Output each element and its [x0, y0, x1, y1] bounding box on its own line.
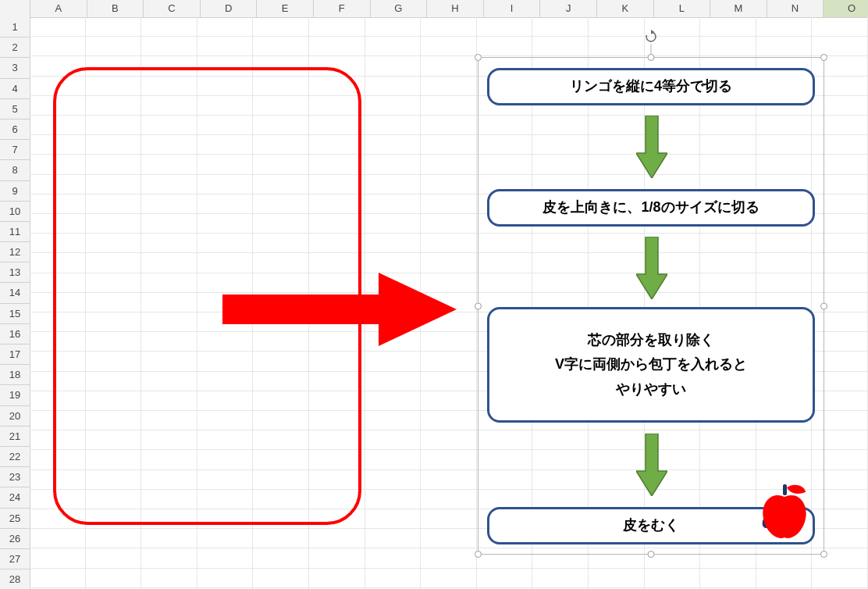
col-head-N[interactable]: N — [767, 0, 824, 18]
spreadsheet-canvas: A B C D E F G H I J K L M N O 1 2 3 4 5 … — [0, 0, 868, 589]
resize-handle-l[interactable] — [475, 302, 482, 309]
row-head-6[interactable]: 6 — [0, 120, 30, 140]
col-head-K[interactable]: K — [597, 0, 654, 18]
col-head-J[interactable]: J — [540, 0, 597, 18]
col-head-E[interactable]: E — [257, 0, 314, 18]
col-head-L[interactable]: L — [654, 0, 711, 18]
svg-marker-2 — [636, 116, 667, 178]
col-head-C[interactable]: C — [144, 0, 201, 18]
resize-handle-bl[interactable] — [475, 551, 482, 558]
rotate-handle-line — [651, 44, 652, 55]
col-head-H[interactable]: H — [427, 0, 484, 18]
flow-step-3-text: 芯の部分を取り除く V字に両側から包丁を入れると やりやすい — [555, 328, 747, 402]
row-head-21[interactable]: 21 — [0, 427, 30, 447]
row-head-11[interactable]: 11 — [0, 222, 30, 242]
col-head-I[interactable]: I — [484, 0, 541, 18]
flow-step-2-text: 皮を上向きに、1/8のサイズに切る — [542, 195, 759, 220]
row-head-15[interactable]: 15 — [0, 304, 30, 324]
column-headers: A B C D E F G H I J K L M N O — [0, 0, 868, 17]
row-head-2[interactable]: 2 — [0, 37, 30, 58]
row-head-25[interactable]: 25 — [0, 509, 30, 529]
row-head-23[interactable]: 23 — [0, 467, 30, 487]
col-head-A[interactable]: A — [30, 0, 87, 18]
flow-step-1-text: リンゴを縦に4等分で切る — [570, 74, 732, 99]
row-head-4[interactable]: 4 — [0, 79, 30, 99]
svg-rect-5 — [783, 484, 787, 495]
resize-handle-t[interactable] — [648, 54, 655, 61]
col-head-F[interactable]: F — [314, 0, 371, 18]
resize-handle-b[interactable] — [648, 551, 655, 558]
col-head-B[interactable]: B — [87, 0, 144, 18]
apple-icon[interactable] — [757, 483, 812, 542]
row-head-19[interactable]: 19 — [0, 385, 30, 405]
row-head-8[interactable]: 8 — [0, 160, 30, 180]
svg-marker-0 — [222, 273, 457, 346]
down-arrow-icon-1[interactable] — [636, 116, 667, 178]
row-headers: 1 2 3 4 5 6 7 8 9 10 11 12 13 14 15 16 1… — [0, 17, 30, 589]
row-head-1[interactable]: 1 — [0, 17, 30, 37]
row-head-18[interactable]: 18 — [0, 365, 30, 385]
row-head-17[interactable]: 17 — [0, 344, 30, 365]
row-head-27[interactable]: 27 — [0, 549, 30, 569]
row-head-28[interactable]: 28 — [0, 569, 30, 589]
flow-step-1[interactable]: リンゴを縦に4等分で切る — [487, 68, 815, 105]
resize-handle-r[interactable] — [820, 302, 827, 309]
row-head-12[interactable]: 12 — [0, 242, 30, 262]
row-head-14[interactable]: 14 — [0, 283, 30, 303]
col-head-O[interactable]: O — [824, 0, 868, 18]
row-head-9[interactable]: 9 — [0, 181, 30, 202]
flow-step-3[interactable]: 芯の部分を取り除く V字に両側から包丁を入れると やりやすい — [487, 307, 815, 423]
resize-handle-tr[interactable] — [820, 54, 827, 61]
row-head-5[interactable]: 5 — [0, 99, 30, 120]
row-head-7[interactable]: 7 — [0, 140, 30, 160]
resize-handle-br[interactable] — [820, 551, 827, 558]
col-head-D[interactable]: D — [201, 0, 258, 18]
rotate-handle-icon[interactable] — [644, 30, 658, 44]
col-head-M[interactable]: M — [710, 0, 767, 18]
row-head-13[interactable]: 13 — [0, 262, 30, 283]
col-head-G[interactable]: G — [371, 0, 428, 18]
svg-marker-4 — [636, 434, 667, 496]
svg-marker-3 — [636, 237, 667, 299]
select-all-corner[interactable] — [0, 0, 30, 18]
row-head-16[interactable]: 16 — [0, 324, 30, 344]
down-arrow-icon-3[interactable] — [636, 434, 667, 496]
resize-handle-tl[interactable] — [475, 54, 482, 61]
row-head-3[interactable]: 3 — [0, 58, 30, 78]
row-head-24[interactable]: 24 — [0, 487, 30, 508]
row-head-26[interactable]: 26 — [0, 529, 30, 549]
row-head-20[interactable]: 20 — [0, 406, 30, 427]
row-head-22[interactable]: 22 — [0, 447, 30, 467]
flow-step-4-text: 皮をむく — [623, 513, 679, 538]
flow-step-2[interactable]: 皮を上向きに、1/8のサイズに切る — [487, 189, 815, 227]
red-arrow-shape[interactable] — [222, 273, 457, 346]
row-head-10[interactable]: 10 — [0, 202, 30, 222]
down-arrow-icon-2[interactable] — [636, 237, 667, 299]
